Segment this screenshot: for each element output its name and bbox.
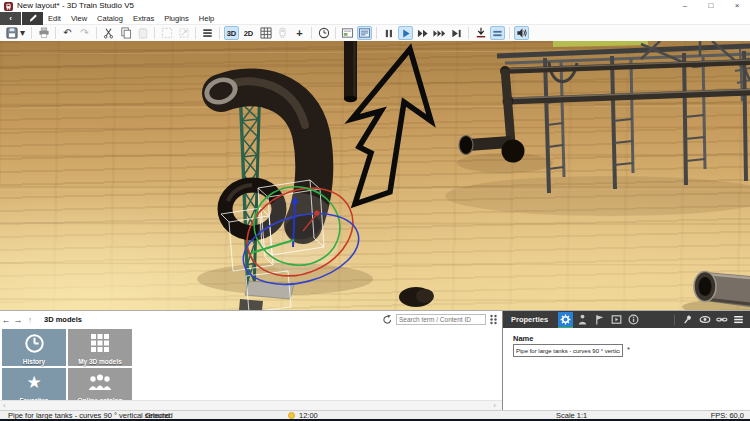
scissors-icon [103, 27, 114, 39]
pole[interactable] [344, 41, 357, 102]
pin-button[interactable] [680, 312, 695, 327]
speaker-icon [516, 27, 528, 39]
paste-button[interactable] [135, 26, 150, 40]
pause-button[interactable] [381, 26, 396, 40]
cut-button[interactable] [101, 26, 116, 40]
grid-icon [260, 27, 272, 39]
menu-edit[interactable]: Edit [43, 12, 66, 25]
view-options-icon[interactable] [489, 311, 498, 329]
add-button[interactable]: + [292, 26, 307, 40]
name-input[interactable] [513, 344, 623, 357]
save-button[interactable] [4, 26, 19, 40]
train-mode-button[interactable] [275, 26, 290, 40]
pipe-piece[interactable] [399, 287, 434, 307]
menu-catalog[interactable]: Catalog [92, 12, 128, 25]
paste-icon [137, 27, 149, 39]
gear-icon [560, 314, 571, 325]
fast-forward-icon [417, 28, 429, 39]
grid-icon [68, 332, 132, 354]
play-button[interactable] [398, 26, 413, 40]
visibility-button[interactable] [697, 312, 712, 327]
titlebar: New layout* - 3D Train Studio V5 – □ × [0, 0, 750, 12]
name-label: Name [513, 334, 533, 343]
floor-streaks [0, 47, 750, 301]
print-button[interactable] [36, 26, 51, 40]
redo-icon: ↷ [80, 28, 88, 38]
menu-plugins[interactable]: Plugins [159, 12, 194, 25]
event-log-button[interactable] [340, 26, 355, 40]
clock-button[interactable] [316, 26, 331, 40]
tab-general[interactable] [558, 312, 573, 327]
equals-icon [492, 28, 503, 39]
tab-info[interactable] [626, 312, 641, 327]
tab-texture[interactable] [592, 312, 607, 327]
sound-button[interactable] [514, 26, 529, 40]
close-button[interactable]: × [724, 0, 750, 12]
menu-extras[interactable]: Extras [128, 12, 159, 25]
layers-button[interactable] [200, 26, 215, 40]
copy-button[interactable] [118, 26, 133, 40]
layers-icon [202, 28, 213, 39]
skip-to-end-button[interactable] [449, 26, 464, 40]
star-icon: ★ [2, 371, 66, 393]
properties-title: Properties [511, 315, 548, 324]
grid-button[interactable] [258, 26, 273, 40]
refresh-icon[interactable] [382, 311, 393, 329]
info-icon [628, 314, 639, 325]
menu-view[interactable]: View [66, 12, 92, 25]
minimize-button[interactable]: – [672, 0, 698, 12]
properties-panel: Properties Name * [502, 311, 750, 411]
catalog-title: 3D models [44, 315, 82, 324]
modified-marker: * [627, 345, 630, 354]
flag-icon [594, 314, 605, 325]
eye-icon [699, 314, 711, 325]
pause-icon [384, 28, 394, 39]
gray-pipe[interactable] [694, 272, 750, 308]
clock-icon [2, 332, 66, 354]
select-transform-button[interactable] [176, 26, 191, 40]
fast-forward-button[interactable] [415, 26, 430, 40]
fastest-forward-icon [433, 28, 446, 39]
redo-button[interactable]: ↷ [77, 26, 92, 40]
window-title: New layout* - 3D Train Studio V5 [17, 0, 134, 12]
menu-help[interactable]: Help [194, 12, 219, 25]
tab-animation[interactable] [575, 312, 590, 327]
menu-icon [733, 314, 744, 325]
edit-mode-button[interactable] [22, 12, 43, 25]
scene-render [0, 41, 750, 310]
undo-icon: ↶ [63, 28, 71, 38]
link-button[interactable] [714, 312, 729, 327]
view-2d-button[interactable]: 2D [241, 26, 256, 40]
search-input[interactable] [396, 314, 486, 325]
track-align-button[interactable] [490, 26, 505, 40]
pencil-icon [28, 13, 38, 23]
sun-icon [288, 412, 295, 419]
save-dropdown-button[interactable]: ▾ [18, 26, 27, 40]
app-window: New layout* - 3D Train Studio V5 – □ × ‹… [0, 0, 750, 421]
link-icon [716, 314, 728, 325]
undo-button[interactable]: ↶ [60, 26, 75, 40]
person-icon [577, 314, 588, 325]
maximize-button[interactable]: □ [698, 0, 724, 12]
nav-back-button[interactable]: ‹ [0, 12, 21, 25]
tab-media[interactable] [609, 312, 624, 327]
menubar: ‹ Edit View Catalog Extras Plugins Help [0, 12, 750, 25]
content-panel-button[interactable] [357, 26, 372, 40]
list-window-icon [358, 27, 371, 39]
tile-history[interactable]: History [2, 329, 66, 366]
drop-to-ground-button[interactable] [473, 26, 488, 40]
select-region-button[interactable] [159, 26, 174, 40]
catalog-forward-button[interactable]: → [12, 315, 24, 325]
catalog-panel: ← → ↑ 3D models History My 3D models [0, 311, 502, 411]
tile-my-3d-models[interactable]: My 3D models [68, 329, 132, 366]
view-3d-button[interactable]: 3D [224, 26, 239, 40]
play-icon [401, 28, 411, 39]
panel-menu-button[interactable] [731, 312, 746, 327]
toolbar: ▾ ↶ ↷ 3D 2D + [0, 25, 750, 41]
fastest-forward-button[interactable] [432, 26, 447, 40]
cursor-arrow [352, 49, 431, 204]
viewport-3d[interactable] [0, 41, 750, 310]
catalog-back-button[interactable]: ← [0, 315, 12, 325]
catalog-up-button[interactable]: ↑ [24, 315, 36, 325]
properties-header: Properties [503, 311, 750, 328]
